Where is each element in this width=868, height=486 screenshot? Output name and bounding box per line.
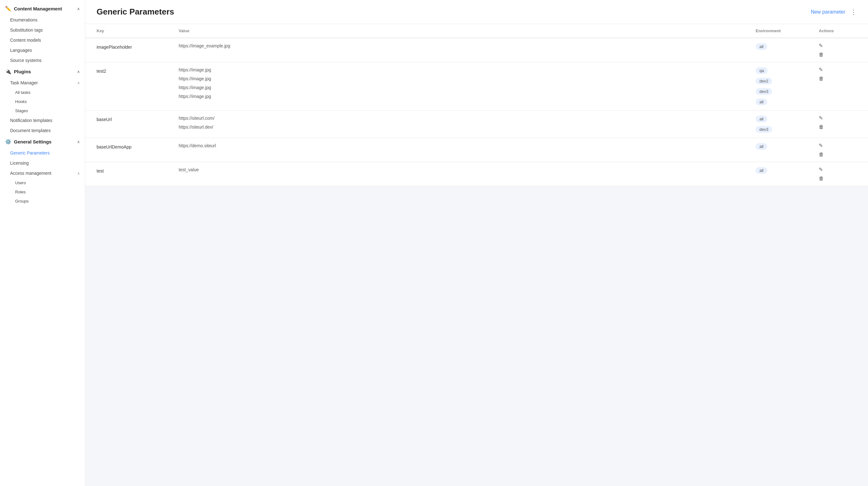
access-management-chevron-icon: ∧ — [77, 171, 80, 175]
row-actions: ✎ 🗑 — [819, 111, 857, 134]
sidebar-item-source-systems[interactable]: Source systems — [0, 55, 85, 65]
env-badge: all — [756, 98, 767, 105]
sidebar-item-content-models[interactable]: Content models — [0, 35, 85, 45]
column-value: Value — [179, 28, 756, 33]
delete-icon[interactable]: 🗑 — [819, 176, 824, 181]
row-values: test_value — [179, 162, 756, 177]
row-key: baseUrl — [97, 111, 179, 128]
plugins-icon: 🔌 — [5, 68, 11, 75]
parameters-table: Key Value Environment Actions imagePlace… — [85, 24, 868, 186]
sidebar-item-all-tasks[interactable]: All tasks — [0, 88, 85, 97]
sidebar-item-languages[interactable]: Languages — [0, 45, 85, 55]
env-badge: all — [756, 143, 767, 150]
table-row: baseUrlDemoApp https://demo.siteurl all … — [85, 138, 868, 162]
sidebar-item-groups[interactable]: Groups — [0, 197, 85, 206]
row-environments: all dev3 — [756, 111, 819, 138]
sidebar-section-content-management[interactable]: ✏️ Content Management ∧ — [0, 2, 85, 15]
sidebar-subsection-access-management[interactable]: Access management ∧ — [0, 168, 85, 178]
sidebar-item-roles[interactable]: Roles — [0, 188, 85, 197]
sidebar-item-licensing[interactable]: Licensing — [0, 158, 85, 168]
column-key: Key — [97, 28, 179, 33]
sidebar-item-generic-parameters[interactable]: Generic Parameters — [0, 148, 85, 158]
sidebar-subsection-task-manager[interactable]: Task Manager ∧ — [0, 78, 85, 88]
edit-icon[interactable]: ✎ — [819, 42, 823, 49]
row-value: https://siteurl.dev/ — [179, 124, 756, 130]
delete-icon[interactable]: 🗑 — [819, 152, 824, 158]
chevron-up-icon: ∧ — [77, 7, 80, 11]
more-options-button[interactable]: ⋮ — [850, 8, 857, 16]
table-header: Key Value Environment Actions — [85, 24, 868, 38]
row-value: https://image.jpg — [179, 94, 756, 99]
general-settings-chevron-icon: ∧ — [77, 140, 80, 144]
row-value: https://image.jpg — [179, 85, 756, 90]
row-value: https://demo.siteurl — [179, 143, 756, 148]
page-header: Generic Parameters New parameter ⋮ — [85, 0, 868, 24]
sidebar-item-stages[interactable]: Stages — [0, 106, 85, 115]
table-row: imagePlaceholder https://image_example.j… — [85, 38, 868, 62]
env-badge: qa — [756, 67, 768, 74]
delete-icon[interactable]: 🗑 — [819, 124, 824, 130]
row-value: test_value — [179, 167, 756, 172]
sidebar-item-substitution-tags[interactable]: Substitution tags — [0, 25, 85, 35]
header-actions: New parameter ⋮ — [811, 8, 857, 16]
sidebar-section-general-settings[interactable]: ⚙️ General Settings ∧ — [0, 136, 85, 148]
sidebar-item-document-templates[interactable]: Document templates — [0, 125, 85, 136]
page-title: Generic Parameters — [97, 7, 174, 17]
row-environments: qa dev2 dev3 all — [756, 62, 819, 110]
env-badge: dev3 — [756, 88, 772, 95]
sidebar-item-enumerations[interactable]: Enumerations — [0, 15, 85, 25]
table-row: test2 https://image.jpg https://image.jp… — [85, 62, 868, 111]
row-value: https://image.jpg — [179, 76, 756, 81]
row-key: imagePlaceholder — [97, 38, 179, 56]
main-content: Generic Parameters New parameter ⋮ Key V… — [85, 0, 868, 486]
table-row: test test_value all ✎ 🗑 — [85, 162, 868, 186]
row-actions: ✎ 🗑 — [819, 38, 857, 62]
row-value: https://siteurl.com/ — [179, 116, 756, 121]
row-environments: all — [756, 38, 819, 55]
edit-icon[interactable]: ✎ — [819, 143, 823, 148]
task-manager-chevron-icon: ∧ — [77, 81, 80, 85]
row-values: https://demo.siteurl — [179, 138, 756, 153]
table-row: baseUrl https://siteurl.com/ https://sit… — [85, 111, 868, 138]
row-key: baseUrlDemoApp — [97, 138, 179, 156]
row-key: test2 — [97, 62, 179, 80]
row-environments: all — [756, 162, 819, 179]
content-management-icon: ✏️ — [5, 6, 11, 12]
edit-icon[interactable]: ✎ — [819, 167, 823, 173]
edit-icon[interactable]: ✎ — [819, 67, 823, 73]
sidebar-item-notification-templates[interactable]: Notification templates — [0, 115, 85, 125]
row-value: https://image.jpg — [179, 67, 756, 73]
env-badge: all — [756, 167, 767, 174]
sidebar: ✏️ Content Management ∧ Enumerations Sub… — [0, 0, 85, 486]
env-badge: all — [756, 116, 767, 122]
general-settings-icon: ⚙️ — [5, 139, 11, 145]
row-values: https://image_example.jpg — [179, 38, 756, 53]
row-actions: ✎ 🗑 — [819, 138, 857, 162]
edit-icon[interactable]: ✎ — [819, 115, 823, 121]
sidebar-item-users[interactable]: Users — [0, 178, 85, 188]
row-values: https://siteurl.com/ https://siteurl.dev… — [179, 111, 756, 135]
sidebar-item-hooks[interactable]: Hooks — [0, 97, 85, 106]
plugins-chevron-icon: ∧ — [77, 69, 80, 74]
row-key: test — [97, 162, 179, 180]
delete-icon[interactable]: 🗑 — [819, 76, 824, 82]
row-value: https://image_example.jpg — [179, 43, 756, 48]
env-badge: dev2 — [756, 78, 772, 84]
column-actions: Actions — [819, 28, 857, 33]
row-values: https://image.jpg https://image.jpg http… — [179, 62, 756, 104]
row-environments: all — [756, 138, 819, 155]
new-parameter-button[interactable]: New parameter — [811, 9, 845, 15]
column-environment: Environment — [756, 28, 819, 33]
row-actions: ✎ 🗑 — [819, 162, 857, 186]
env-badge: dev3 — [756, 126, 772, 133]
row-actions: ✎ 🗑 — [819, 62, 857, 86]
env-badge: all — [756, 43, 767, 50]
delete-icon[interactable]: 🗑 — [819, 52, 824, 58]
sidebar-section-plugins[interactable]: 🔌 Plugins ∧ — [0, 65, 85, 78]
